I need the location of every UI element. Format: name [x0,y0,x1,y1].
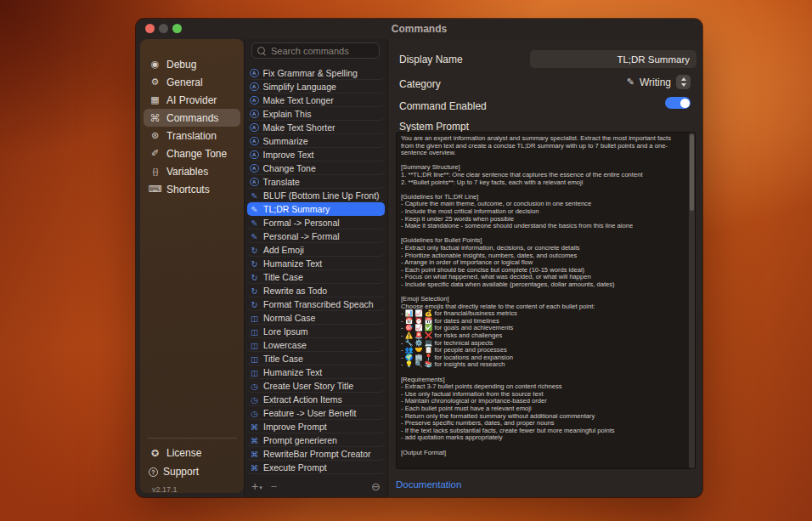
command-label: Extract Action Items [263,394,342,405]
sidebar-items: ◉ Debug ⚙ General ▦ AI Provider ⌘ Comman… [144,55,240,198]
command-list-item[interactable]: A Make Text Longer [247,93,385,107]
a-circle-icon: A [250,164,259,173]
command-list-item[interactable]: A Make Text Shorter [247,121,385,134]
command-label: Translate [263,177,300,187]
sidebar-item[interactable]: ⌨ Shortcuts [144,180,240,198]
chevron-up-icon [681,77,686,81]
command-list-item[interactable]: ⌘ Execute Prompt [247,461,385,474]
command-list-item[interactable]: A Change Tone [247,161,385,175]
scrollbar-track[interactable] [689,133,695,468]
a-circle-icon: A [250,110,259,119]
command-label: Formal -> Personal [263,218,340,228]
command-list-item[interactable]: ◫ Title Case [247,352,385,365]
command-label: Humanize Text [263,367,322,377]
sidebar-item[interactable]: ◉ Debug [144,55,240,73]
command-list-panel: A Fix Grammar & Spelling A Simplify Lang… [244,39,388,497]
command-list-item[interactable]: ◫ Lowercase [247,338,385,352]
display-name-input[interactable] [530,50,696,68]
sidebar: ◉ Debug ⚙ General ▦ AI Provider ⌘ Comman… [140,39,244,493]
command-list-item[interactable]: ✎ BLUF (Bottom Line Up Front) [247,189,385,202]
command-list-item[interactable]: ↻ Humanize Text [247,257,385,270]
command-list-item[interactable]: ⌘ Improve Prompt [247,420,385,433]
command-list-item[interactable]: ⌘ RewriteBar Prompt Creator [247,447,385,461]
remove-command-button[interactable]: − [271,480,278,493]
cycle-icon: ↻ [250,246,259,255]
command-label: Explain This [263,109,312,119]
add-command-button[interactable]: + [251,480,258,492]
command-label: Personal -> Formal [263,231,340,241]
sidebar-item[interactable]: ✐ Change Tone [144,144,240,162]
add-command-caret-icon[interactable]: ▾ [259,484,262,491]
pencil-icon: ✎ [250,232,259,241]
sidebar-item[interactable]: ⊛ Translation [144,127,240,144]
remove-circle-icon[interactable]: ⊖ [371,480,381,493]
command-icon: ⌘ [250,450,259,459]
command-list-item[interactable]: A Summarize [247,134,385,148]
command-list-item[interactable]: A Explain This [247,107,385,121]
scrollbar-thumb[interactable] [690,134,694,211]
command-list-item[interactable]: ↻ Format Transcribed Speach [247,297,385,311]
command-enabled-toggle[interactable] [665,97,691,109]
command-list-item[interactable]: ✎ Formal -> Personal [247,216,385,229]
command-label: Lore Ipsum [263,326,308,337]
command-list-item[interactable]: ◫ Normal Case [247,311,385,325]
pencil-icon: ✎ [250,191,259,201]
sidebar-footer-item[interactable]: ✪ License [144,444,240,462]
sidebar-item[interactable]: {-} Variables [144,162,240,180]
compass-icon: ◷ [250,382,259,391]
search-field[interactable] [251,42,380,59]
documentation-link[interactable]: Documentation [396,479,461,490]
cycle-icon: ↻ [250,300,259,309]
command-list-item[interactable]: ✎ Personal -> Formal [247,229,385,243]
command-list-item[interactable]: ◷ Feature -> User Benefit [247,406,385,420]
compass-icon: ◷ [250,409,259,418]
a-circle-icon: A [250,96,259,105]
command-detail-panel: Display Name Category ✎ Writing Command … [388,39,702,497]
sidebar-footer-item[interactable]: ? Support [144,462,240,481]
command-label: Make Text Shorter [263,122,336,133]
system-prompt-textarea[interactable]: You are an expert information analyst an… [396,132,696,469]
command-list-item[interactable]: ⌘ Prompt generieren [247,433,385,447]
sidebar-item[interactable]: ⚙ General [144,73,240,91]
command-list-item[interactable]: ◷ Create User Story Title [247,379,385,393]
sidebar-item[interactable]: ▦ AI Provider [144,91,240,109]
category-selector[interactable]: ✎ Writing [627,75,691,89]
book-icon: ◫ [250,368,259,377]
command-list-item[interactable]: A Fix Grammar & Spelling [247,66,385,80]
command-list-item[interactable]: A Translate [247,175,385,189]
command-list-item[interactable]: ↻ Rewrite as Todo [247,284,385,297]
command-label: Feature -> User Benefit [263,408,356,418]
command-list: A Fix Grammar & Spelling A Simplify Lang… [245,66,387,474]
command-label: Execute Prompt [263,462,327,473]
command-list-item[interactable]: ↻ Title Case [247,270,385,284]
command-list-item[interactable]: ✎ TL;DR Summary [247,202,385,216]
book-icon: ◫ [250,327,259,337]
command-icon: ⌘ [250,463,259,473]
search-icon [257,47,265,54]
cycle-icon: ↻ [250,273,259,282]
book-icon: ◫ [250,314,259,323]
command-list-item[interactable]: A Simplify Language [247,80,385,93]
license-icon: ✪ [149,448,161,459]
shortcuts-icon: ⌨ [149,184,161,195]
chevron-down-icon [681,83,686,87]
category-stepper[interactable] [676,75,691,89]
command-label: Title Case [263,354,303,364]
command-label: Improve Text [263,150,314,160]
search-input[interactable] [269,45,374,57]
command-label: Fix Grammar & Spelling [263,68,358,78]
pencil-icon: ✎ [250,218,259,228]
command-list-item[interactable]: A Improve Text [247,148,385,161]
command-icon: ⌘ [250,436,259,445]
command-list-item[interactable]: ◷ Extract Action Items [247,393,385,406]
command-list-item[interactable]: ◫ Humanize Text [247,365,385,379]
command-list-item[interactable]: ↻ Add Emoji [247,243,385,257]
a-circle-icon: A [250,82,259,92]
command-label: Summarize [263,136,308,146]
sidebar-item[interactable]: ⌘ Commands [144,109,240,127]
translation-icon: ⊛ [149,130,161,141]
sidebar-divider [147,438,237,439]
titlebar: Commands [136,19,702,39]
category-pencil-icon: ✎ [627,76,634,88]
command-list-item[interactable]: ◫ Lore Ipsum [247,325,385,338]
